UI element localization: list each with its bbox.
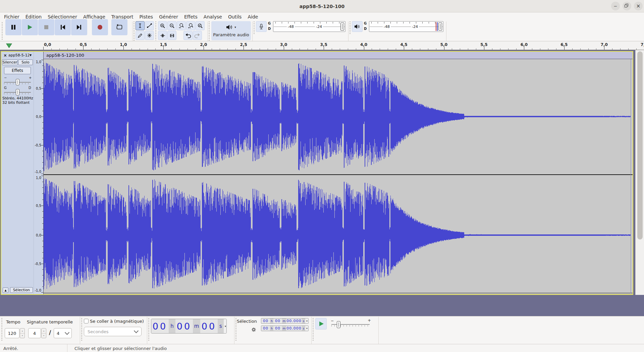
spin-down-icon[interactable]: ▾ bbox=[42, 333, 46, 338]
sel-format-caret-icon[interactable]: ▾ bbox=[306, 327, 308, 330]
timeline[interactable]: 0,00,51,01,52,02,53,03,54,04,55,05,56,06… bbox=[0, 41, 644, 50]
skip-to-end-button[interactable] bbox=[71, 19, 87, 35]
undo-button[interactable] bbox=[183, 31, 193, 40]
vertical-scrollbar-handle[interactable] bbox=[637, 51, 643, 239]
menu-selectionner[interactable]: Sélectionner bbox=[48, 14, 77, 19]
sel-start-hours[interactable]: 00 bbox=[263, 319, 268, 323]
fit-project-button[interactable] bbox=[186, 21, 195, 30]
sel-start-minutes[interactable]: 00 bbox=[275, 319, 280, 323]
trim-audio-button[interactable] bbox=[158, 31, 167, 40]
audio-track[interactable]: × app58-5-120 ▼ Silencer Solo Effets − + bbox=[1, 51, 633, 295]
sel-end-minutes[interactable]: 00 bbox=[275, 326, 280, 331]
track-area[interactable]: × app58-5-120 ▼ Silencer Solo Effets − + bbox=[0, 50, 644, 316]
track-selection-button[interactable]: Sélection bbox=[10, 287, 33, 293]
multi-tool-button[interactable] bbox=[145, 31, 154, 40]
menu-fichier[interactable]: Fichier bbox=[4, 14, 19, 19]
time-hours[interactable]: 00 bbox=[153, 321, 167, 332]
solo-button[interactable]: Solo bbox=[18, 59, 33, 65]
close-button[interactable]: × bbox=[634, 2, 643, 10]
record-button[interactable] bbox=[92, 19, 108, 35]
selection-end-field[interactable]: 00 h 00 m 00.000 s ▾ bbox=[261, 325, 309, 331]
time-format-caret-icon[interactable]: ▾ bbox=[225, 325, 226, 328]
zoom-in-button[interactable] bbox=[158, 21, 167, 30]
selection-tool-button[interactable] bbox=[136, 21, 145, 30]
menu-transport[interactable]: Transport bbox=[111, 14, 133, 19]
envelope-tool-button[interactable] bbox=[145, 21, 154, 30]
transport-toolbar-grip[interactable] bbox=[2, 22, 3, 40]
pan-slider[interactable] bbox=[4, 91, 31, 96]
sel-end-seconds[interactable]: 00.000 bbox=[286, 326, 302, 331]
time-signature-lower-select[interactable]: 4 bbox=[54, 328, 72, 338]
play-speed-slider[interactable] bbox=[331, 322, 370, 328]
playback-meter-grip[interactable] bbox=[350, 21, 351, 34]
recording-meter[interactable]: -48 -24 bbox=[273, 21, 345, 32]
record-meter-mic-button[interactable] bbox=[256, 21, 267, 32]
loop-button[interactable] bbox=[111, 19, 127, 35]
audio-setup-button[interactable]: ▾ Paramètre audio bbox=[211, 21, 251, 40]
gain-slider-thumb[interactable] bbox=[16, 79, 19, 85]
menu-outils[interactable]: Outils bbox=[228, 14, 241, 19]
redo-button[interactable] bbox=[193, 31, 202, 40]
sel-format-caret-icon[interactable]: ▾ bbox=[306, 320, 308, 322]
effects-button[interactable]: Effets bbox=[4, 67, 31, 74]
waveform-channel-left[interactable] bbox=[43, 59, 633, 174]
gain-slider[interactable] bbox=[4, 81, 31, 86]
vertical-scale-ruler[interactable]: 1,00,50,0-0,5-1,01,00,50,0-0,5-1,0 bbox=[34, 52, 43, 294]
play-at-speed-grip[interactable] bbox=[313, 318, 314, 342]
draw-tool-button[interactable] bbox=[136, 31, 145, 40]
zoom-out-button[interactable] bbox=[167, 21, 176, 30]
silence-audio-button[interactable] bbox=[167, 31, 176, 40]
snap-checkbox[interactable] bbox=[84, 319, 89, 323]
zoom-toggle-button[interactable] bbox=[196, 21, 205, 30]
restore-button[interactable] bbox=[623, 2, 631, 10]
menu-analyse[interactable]: Analyse bbox=[204, 14, 222, 19]
snap-toolbar-grip[interactable] bbox=[81, 318, 82, 342]
track-name-button[interactable]: app58-5-120 ▼ bbox=[8, 53, 33, 58]
menu-aide[interactable]: Aide bbox=[248, 14, 258, 19]
playback-meter-speaker-button[interactable] bbox=[352, 21, 363, 32]
play-at-speed-button[interactable] bbox=[315, 318, 327, 329]
menu-affichage[interactable]: Affichage bbox=[83, 14, 105, 19]
minimize-button[interactable]: − bbox=[611, 2, 620, 10]
recording-meter-grip[interactable] bbox=[254, 21, 255, 34]
spin-down-icon[interactable]: ▾ bbox=[20, 333, 24, 338]
time-display-grip[interactable] bbox=[148, 318, 149, 342]
stop-button[interactable] bbox=[38, 19, 54, 35]
tempo-spinner[interactable]: ▴ ▾ bbox=[20, 328, 25, 338]
time-seconds[interactable]: 00 bbox=[202, 321, 216, 332]
vertical-scrollbar[interactable] bbox=[635, 50, 644, 295]
audio-setup-grip[interactable] bbox=[209, 21, 210, 41]
mute-button[interactable]: Silencer bbox=[2, 59, 18, 65]
audio-position-display[interactable]: 00 h 00 m 00 s ▾ bbox=[151, 319, 227, 334]
zoom-to-selection-button[interactable] bbox=[177, 21, 186, 30]
spin-up-icon[interactable]: ▴ bbox=[42, 328, 46, 333]
time-signature-upper-input[interactable]: 4 bbox=[28, 328, 41, 338]
sel-start-seconds[interactable]: 00.000 bbox=[286, 319, 302, 323]
time-minutes[interactable]: 00 bbox=[177, 321, 192, 332]
timeline-ruler[interactable]: 0,00,51,01,52,02,53,03,54,04,55,05,56,06… bbox=[0, 41, 644, 50]
pan-slider-thumb[interactable] bbox=[16, 89, 19, 95]
sel-end-hours[interactable]: 00 bbox=[263, 326, 268, 331]
play-button[interactable] bbox=[22, 19, 38, 35]
spin-up-icon[interactable]: ▴ bbox=[20, 328, 24, 333]
audio-clip[interactable]: app58-5-120-100 bbox=[43, 52, 633, 294]
collapse-track-button[interactable]: ▲ bbox=[3, 288, 8, 293]
track-close-button[interactable]: × bbox=[3, 53, 8, 58]
menu-pistes[interactable]: Pistes bbox=[139, 14, 153, 19]
time-toolbar-grip[interactable] bbox=[1, 318, 2, 342]
waveform-channel-right[interactable] bbox=[43, 175, 633, 293]
playback-meter[interactable]: -48 -24 bbox=[369, 21, 443, 32]
selection-settings-gear-icon[interactable] bbox=[251, 327, 257, 333]
tools-toolbar-grip[interactable] bbox=[133, 21, 135, 41]
time-signature-spinner[interactable]: ▴ ▾ bbox=[41, 328, 46, 338]
snap-mode-select[interactable]: Secondes bbox=[84, 327, 142, 336]
menu-generer[interactable]: Générer bbox=[159, 14, 178, 19]
clip-header[interactable]: app58-5-120-100 bbox=[43, 52, 633, 59]
skip-to-start-button[interactable] bbox=[55, 19, 71, 35]
menu-effets[interactable]: Effets bbox=[184, 14, 198, 19]
selection-toolbar-grip[interactable] bbox=[235, 318, 236, 342]
speed-slider-thumb[interactable] bbox=[337, 321, 340, 328]
pause-button[interactable] bbox=[5, 19, 21, 35]
tempo-input[interactable]: 120 bbox=[5, 328, 19, 338]
selection-start-field[interactable]: 00 h 00 m 00.000 s ▾ bbox=[261, 318, 309, 324]
